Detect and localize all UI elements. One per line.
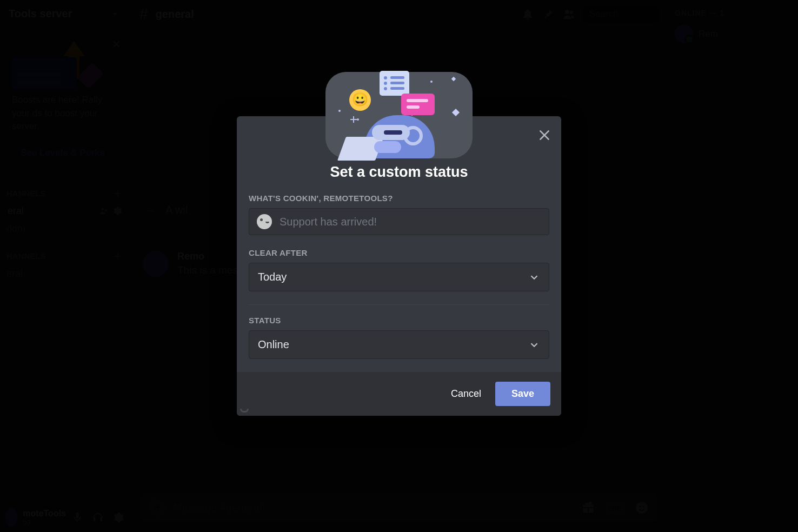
clear-after-value: Today (258, 271, 287, 283)
cancel-button[interactable]: Cancel (448, 383, 484, 405)
custom-status-modal: 😀 Set a custom status WHAT'S COOKIN', RE… (237, 116, 561, 416)
modal-footer: Cancel Save (237, 372, 561, 416)
modal-hero: 😀 (237, 116, 561, 161)
chevron-down-icon (528, 339, 540, 351)
clear-after-select[interactable]: Today (249, 263, 549, 291)
presence-label: STATUS (249, 316, 549, 325)
modal-title: Set a custom status (237, 164, 561, 181)
clear-after-label: CLEAR AFTER (249, 248, 549, 257)
divider (249, 304, 549, 305)
presence-value: Online (258, 338, 289, 351)
presence-select[interactable]: Online (249, 330, 549, 359)
close-button[interactable] (537, 128, 551, 144)
custom-status-input[interactable] (280, 216, 541, 228)
wumpus-illustration: 😀 (325, 72, 473, 158)
status-input-row (249, 208, 549, 235)
chevron-down-icon (528, 271, 540, 283)
close-icon (537, 128, 551, 142)
save-button[interactable]: Save (495, 382, 550, 406)
emoji-picker-button[interactable] (257, 214, 272, 229)
status-field-label: WHAT'S COOKIN', REMOTETOOLS? (249, 194, 549, 203)
